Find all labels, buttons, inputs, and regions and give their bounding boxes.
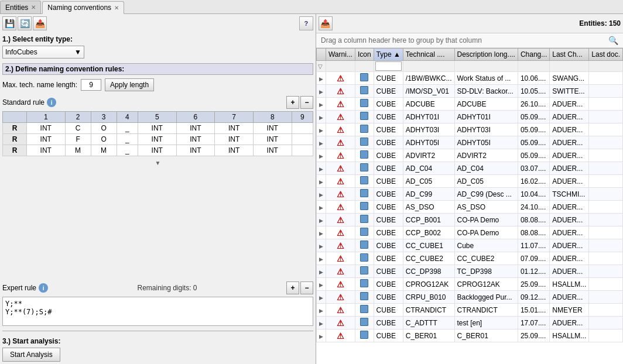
expert-rule-info-icon[interactable]: i: [39, 283, 48, 293]
rule-cell-0-7[interactable]: INT: [253, 123, 292, 134]
table-row[interactable]: ▶⚠CUBEADHYT03IADHYT03I05.09....ADUER...: [316, 123, 622, 136]
col-header-type[interactable]: Type ▲: [374, 49, 403, 61]
right-export-button[interactable]: 📤: [319, 16, 333, 30]
col-header-technical[interactable]: Technical ....: [403, 49, 454, 61]
rule-cell-1-4[interactable]: INT: [138, 134, 176, 145]
table-row[interactable]: ▶⚠CUBEC_BER01C_BER0125.09....HSALLM...: [316, 329, 622, 342]
remove-expert-rule-button[interactable]: −: [300, 281, 313, 294]
col-header-description[interactable]: Description long....: [454, 49, 518, 61]
table-row[interactable]: ▶⚠CUBEADCUBEADCUBE26.10....ADUER...: [316, 98, 622, 111]
data-table-container[interactable]: Warni... Icon Type ▲ Technical .... Desc…: [316, 48, 623, 364]
remove-standard-rule-button[interactable]: −: [300, 96, 313, 109]
rule-cell-2-7[interactable]: INT: [253, 145, 292, 156]
col-header-changed[interactable]: Chang...: [518, 49, 549, 61]
row-expand[interactable]: ▶: [316, 136, 326, 149]
row-expand[interactable]: ▶: [316, 98, 326, 111]
export-button[interactable]: 📤: [33, 16, 47, 30]
rule-cell-0-4[interactable]: INT: [138, 123, 176, 134]
rule-cell-1-5[interactable]: INT: [176, 134, 215, 145]
row-expand[interactable]: ▶: [316, 317, 326, 329]
table-row[interactable]: ▶⚠CUBECPROG12AKCPROG12AK25.09....HSALLM.…: [316, 278, 622, 291]
row-expand[interactable]: ▶: [316, 175, 326, 188]
table-row[interactable]: ▶⚠CUBECCP_B002CO-PA Demo08.08....ADUER..…: [316, 226, 622, 239]
table-row[interactable]: ▶⚠CUBEADHYT05IADHYT05I05.09....ADUER...: [316, 136, 622, 149]
table-row[interactable]: ▶⚠CUBECRPU_B010Backlogged Pur...09.12...…: [316, 291, 622, 304]
table-row[interactable]: ▶⚠CUBECC_DP398TC_DP39801.12....ADUER...: [316, 265, 622, 278]
rule-cell-2-5[interactable]: INT: [176, 145, 215, 156]
rule-cell-0-8[interactable]: [292, 123, 313, 134]
collapse-button[interactable]: ▼: [2, 160, 313, 166]
table-row[interactable]: ▶⚠CUBE/1BW/BWKC...Work Status of ...10.0…: [316, 72, 622, 85]
table-row[interactable]: ▶⚠CUBEAD_C04AD_C0403.07....ADUER...: [316, 162, 622, 175]
rule-cell-2-3[interactable]: _: [117, 145, 138, 156]
tab-naming-conventions-close[interactable]: ✕: [114, 5, 119, 11]
rule-cell-1-3[interactable]: _: [117, 134, 138, 145]
table-row[interactable]: ▶⚠CUBEAD_C05AD_C0516.02....ADUER...: [316, 175, 622, 188]
table-row[interactable]: ▶⚠CUBE/IMO/SD_V01SD-DLV: Backor...10.05.…: [316, 85, 622, 98]
row-expand[interactable]: ▶: [316, 278, 326, 291]
row-expand[interactable]: ▶: [316, 226, 326, 239]
apply-length-button[interactable]: Apply length: [105, 78, 154, 91]
type-filter-input[interactable]: [375, 61, 402, 71]
rule-cell-2-1[interactable]: M: [65, 145, 91, 156]
rule-cell-0-3[interactable]: _: [117, 123, 138, 134]
rule-cell-2-4[interactable]: INT: [138, 145, 176, 156]
add-standard-rule-button[interactable]: +: [286, 96, 299, 109]
table-row[interactable]: ▶⚠CUBEAD_C99AD_C99 (Desc ...10.04....TSC…: [316, 188, 622, 201]
row-expand[interactable]: ▶: [316, 291, 326, 304]
row-expand[interactable]: ▶: [316, 162, 326, 175]
row-expand[interactable]: ▶: [316, 149, 326, 162]
table-row[interactable]: ▶⚠CUBEADHYT01IADHYT01I05.09....ADUER...: [316, 111, 622, 123]
standard-rule-info-icon[interactable]: i: [47, 98, 56, 107]
row-expand[interactable]: ▶: [316, 85, 326, 98]
entity-type-dropdown[interactable]: InfoCubes ▼: [2, 46, 84, 59]
rule-cell-0-6[interactable]: INT: [215, 123, 254, 134]
row-expand[interactable]: ▶: [316, 239, 326, 252]
row-expand[interactable]: ▶: [316, 111, 326, 123]
table-row[interactable]: ▶⚠CUBECC_CUBE1Cube11.07....ADUER...: [316, 239, 622, 252]
row-expand[interactable]: ▶: [316, 304, 326, 317]
tab-entities-close[interactable]: ✕: [31, 4, 36, 11]
start-analysis-button[interactable]: Start Analysis: [2, 348, 60, 362]
rule-cell-2-2[interactable]: M: [91, 145, 117, 156]
rule-cell-1-7[interactable]: INT: [253, 134, 292, 145]
col-header-warning[interactable]: Warni...: [326, 49, 355, 61]
row-expand[interactable]: ▶: [316, 214, 326, 226]
row-expand[interactable]: ▶: [316, 188, 326, 201]
tab-entities[interactable]: Entities ✕: [0, 1, 41, 13]
row-expand[interactable]: ▶: [316, 329, 326, 342]
rule-cell-2-8[interactable]: [292, 145, 313, 156]
rule-cell-1-0[interactable]: INT: [26, 134, 65, 145]
add-expert-rule-button[interactable]: +: [286, 281, 299, 294]
rule-cell-0-1[interactable]: C: [65, 123, 91, 134]
col-header-icon[interactable]: Icon: [355, 49, 374, 61]
rule-cell-1-1[interactable]: F: [65, 134, 91, 145]
table-row[interactable]: ▶⚠CUBECTRANDICTCTRANDICT15.01....NMEYER: [316, 304, 622, 317]
rule-cell-0-2[interactable]: O: [91, 123, 117, 134]
rule-cell-0-0[interactable]: INT: [26, 123, 65, 134]
refresh-button[interactable]: 🔄: [18, 16, 32, 30]
rule-cell-1-6[interactable]: INT: [215, 134, 254, 145]
col-header-lastch[interactable]: Last Ch...: [550, 49, 589, 61]
col-header-expand[interactable]: [316, 49, 326, 61]
col-header-lastdoc[interactable]: Last doc.: [589, 49, 623, 61]
rule-cell-2-6[interactable]: INT: [215, 145, 254, 156]
rule-cell-1-2[interactable]: O: [91, 134, 117, 145]
tab-naming-conventions[interactable]: Naming conventions ✕: [42, 1, 124, 14]
row-expand[interactable]: ▶: [316, 201, 326, 214]
rule-cell-2-0[interactable]: INT: [26, 145, 65, 156]
rule-cell-1-8[interactable]: [292, 134, 313, 145]
row-expand[interactable]: ▶: [316, 123, 326, 136]
expert-rule-textarea[interactable]: Y;** Y;**(7);S;#: [2, 297, 313, 326]
rule-cell-0-5[interactable]: INT: [176, 123, 215, 134]
row-expand[interactable]: ▶: [316, 72, 326, 85]
row-expand[interactable]: ▶: [316, 252, 326, 265]
help-button[interactable]: ?: [299, 16, 313, 30]
table-row[interactable]: ▶⚠CUBECCP_B001CO-PA Demo08.08....ADUER..…: [316, 214, 622, 226]
max-tech-input[interactable]: [81, 79, 101, 91]
table-row[interactable]: ▶⚠CUBEAS_DSOAS_DSO24.10....ADUER...: [316, 201, 622, 214]
row-expand[interactable]: ▶: [316, 265, 326, 278]
table-row[interactable]: ▶⚠CUBEADVIRT2ADVIRT205.09....ADUER...: [316, 149, 622, 162]
table-row[interactable]: ▶⚠CUBECC_CUBE2CC_CUBE207.09....ADUER...: [316, 252, 622, 265]
save-button[interactable]: 💾: [2, 16, 16, 30]
